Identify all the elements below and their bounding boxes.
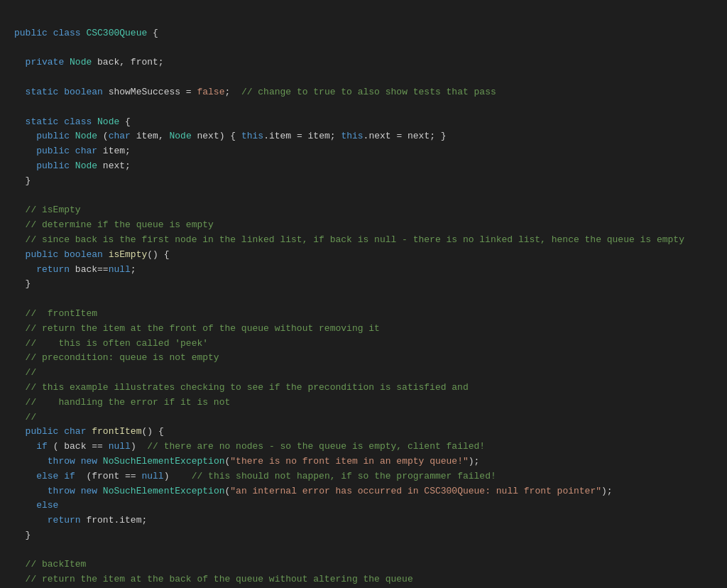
str-1: "there is no front item in an empty queu…: [230, 456, 468, 467]
keyword-boolean-2: boolean: [64, 249, 103, 260]
keyword-public: public: [14, 28, 48, 38]
keyword-throw-2: throw: [48, 486, 75, 496]
type-node-2: Node: [97, 116, 119, 127]
type-node-4: Node: [170, 131, 192, 141]
null-3: null: [141, 471, 163, 481]
comment-frontItem-5: //: [14, 367, 36, 378]
keyword-char-3: char: [64, 426, 86, 437]
keyword-private: private: [26, 57, 65, 67]
str-2: "an internal error has occurred in CSC30…: [230, 486, 601, 496]
keyword-public-4: public: [36, 160, 70, 171]
type-node-5: Node: [75, 160, 97, 171]
comment-frontItem-3: // this is often called 'peek': [14, 338, 208, 349]
type-node-3: Node: [75, 131, 97, 141]
comment-isEmpty-3: // since back is the first node in the l…: [14, 234, 684, 245]
exception-type-1: NoSuchElementException: [103, 456, 225, 467]
exception-type-2: NoSuchElementException: [103, 486, 225, 496]
keyword-class: class: [53, 28, 81, 38]
boolean-false: false: [197, 87, 224, 97]
code-editor: public class CSC300Queue { private Node …: [14, 11, 713, 588]
comment-backItem-1: // backItem: [14, 559, 86, 570]
comment-frontItem-8: //: [14, 412, 36, 423]
comment-frontItem-7: // handling the error if it is not: [14, 397, 230, 408]
type-node: Node: [70, 57, 92, 67]
keyword-public-6: public: [26, 426, 59, 437]
keyword-static-1: static: [26, 87, 59, 97]
null-1: null: [109, 264, 131, 275]
comment-frontItem-1: // frontItem: [14, 308, 97, 319]
comment-else-if-1: // this should not happen, if so the pro…: [192, 471, 496, 481]
keyword-return-2: return: [48, 515, 81, 526]
keyword-new-2: new: [81, 486, 97, 496]
keyword-else-if-1: else if: [36, 471, 75, 481]
comment-isEmpty-2: // determine if the queue is empty: [14, 219, 214, 230]
fn-frontItem: frontItem: [92, 426, 141, 437]
keyword-this-2: this: [341, 131, 363, 141]
comment-frontItem-2: // return the item at the front of the q…: [14, 323, 380, 334]
keyword-new-1: new: [81, 456, 97, 467]
comment-backItem-2: // return the item at the back of the qu…: [14, 574, 413, 584]
keyword-class-2: class: [64, 116, 92, 127]
keyword-static-2: static: [26, 116, 59, 127]
keyword-else-1: else: [36, 500, 58, 511]
keyword-this-1: this: [241, 131, 263, 141]
keyword-public-5: public: [26, 249, 59, 260]
comment-if-1: // there are no nodes - so the queue is …: [147, 441, 485, 452]
comment-1: // change to true to also show tests tha…: [241, 87, 496, 97]
keyword-char-1: char: [109, 131, 131, 141]
fn-isEmpty: isEmpty: [109, 249, 148, 260]
keyword-public-2: public: [36, 131, 70, 141]
comment-isEmpty-1: // isEmpty: [14, 205, 81, 215]
null-2: null: [109, 441, 131, 452]
comment-frontItem-6: // this example illustrates checking to …: [14, 382, 469, 393]
comment-frontItem-4: // precondition: queue is not empty: [14, 352, 219, 363]
keyword-throw-1: throw: [48, 456, 75, 467]
keyword-return-1: return: [36, 264, 70, 275]
keyword-char-2: char: [75, 146, 97, 156]
class-name: CSC300Queue: [86, 28, 147, 38]
keyword-public-3: public: [36, 146, 70, 156]
keyword-boolean: boolean: [64, 87, 103, 97]
keyword-if-1: if: [36, 441, 48, 452]
